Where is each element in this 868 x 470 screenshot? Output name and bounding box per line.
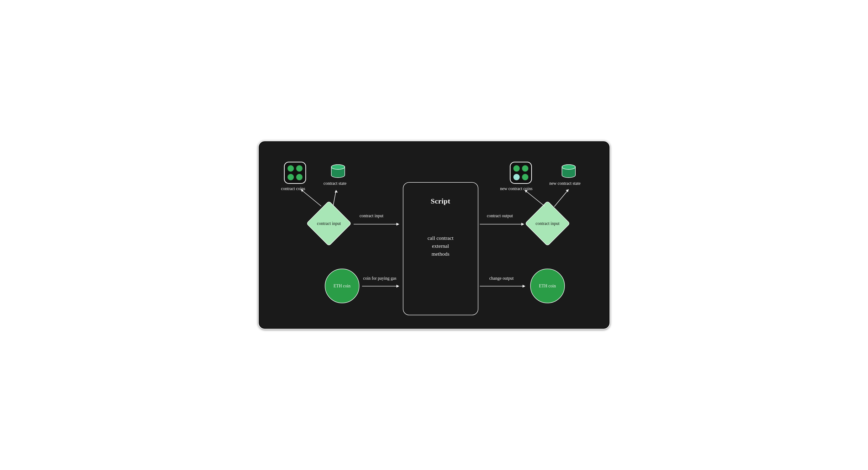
script-box: Script call contract external methods (403, 182, 478, 315)
eth-coin-left-label: ETH coin (334, 284, 350, 289)
edge-contract-output: contract output (487, 213, 513, 218)
svg-point-3 (562, 165, 576, 169)
barrel-icon (330, 164, 346, 179)
svg-line-16 (525, 190, 545, 206)
svg-marker-19 (566, 189, 569, 192)
arrow-diamond-to-state (331, 188, 343, 207)
contract-output-diamond-label: contract input (532, 208, 563, 239)
new-contract-coins-group: new contract coins (510, 162, 533, 191)
svg-marker-7 (335, 190, 338, 192)
edge-change-output: change output (489, 276, 514, 281)
coins-icon (284, 162, 306, 184)
svg-point-1 (331, 165, 345, 169)
contract-input-diamond: contract input (313, 207, 345, 240)
arrow-diamond-to-coins (297, 187, 326, 209)
arrow-script-to-change (480, 283, 528, 290)
arrow-out-to-new-state (553, 187, 575, 209)
script-title: Script (403, 197, 478, 205)
svg-marker-13 (521, 223, 524, 226)
contract-state-group: contract state (330, 164, 346, 186)
arrow-out-to-new-coins (522, 188, 548, 209)
arrow-input-to-script (354, 221, 402, 228)
svg-marker-11 (396, 285, 399, 288)
svg-line-4 (301, 189, 321, 206)
edge-contract-input: contract input (360, 213, 383, 218)
new-contract-state-group: new contract state (560, 164, 581, 186)
coins-icon (510, 162, 532, 184)
eth-coin-left: ETH coin (325, 269, 360, 303)
contract-output-diamond: contract input (531, 207, 564, 240)
barrel-icon (560, 164, 577, 179)
contract-input-diamond-label: contract input (313, 208, 344, 239)
edge-coin-gas: coin for paying gas (363, 276, 396, 281)
new-contract-state-label: new contract state (550, 181, 581, 186)
arrow-script-to-output (480, 221, 527, 228)
eth-coin-right-label: ETH coin (539, 284, 556, 289)
svg-marker-5 (301, 189, 303, 192)
script-body: call contract external methods (403, 234, 478, 258)
diagram-frame: Script call contract external methods co… (258, 140, 610, 330)
contract-state-label: contract state (323, 181, 346, 186)
eth-coin-right: ETH coin (530, 269, 565, 303)
arrow-eth-to-script (362, 283, 402, 290)
svg-marker-15 (523, 285, 525, 288)
svg-line-18 (554, 189, 569, 207)
svg-marker-9 (396, 223, 399, 226)
